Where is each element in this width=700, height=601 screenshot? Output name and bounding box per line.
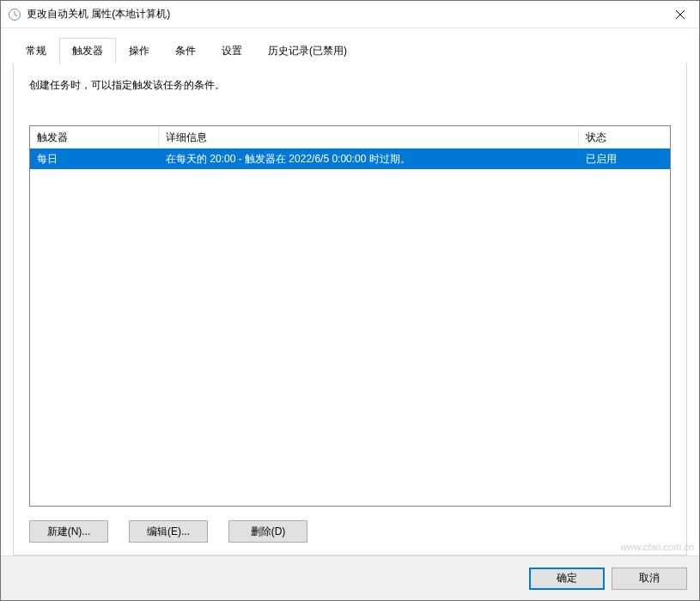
column-header-status[interactable]: 状态: [579, 126, 670, 148]
tab-settings[interactable]: 设置: [209, 38, 255, 64]
column-header-detail[interactable]: 详细信息: [159, 126, 579, 148]
titlebar: 更改自动关机 属性(本地计算机): [1, 1, 699, 28]
close-button[interactable]: [660, 2, 699, 27]
trigger-buttons-row: 新建(N)... 编辑(E)... 删除(D): [29, 520, 671, 543]
tab-conditions[interactable]: 条件: [162, 38, 209, 64]
instructions-text: 创建任务时，可以指定触发该任务的条件。: [29, 78, 671, 93]
tab-page-triggers: 创建任务时，可以指定触发该任务的条件。 触发器 详细信息 状态 每日 在每天的 …: [13, 63, 687, 555]
new-button[interactable]: 新建(N)...: [29, 520, 108, 543]
tab-triggers[interactable]: 触发器: [59, 38, 116, 64]
window-title: 更改自动关机 属性(本地计算机): [27, 7, 660, 21]
edit-button[interactable]: 编辑(E)...: [129, 520, 208, 543]
cancel-button[interactable]: 取消: [612, 568, 687, 590]
cell-trigger: 每日: [30, 149, 159, 169]
tab-actions[interactable]: 操作: [116, 38, 162, 64]
ok-button[interactable]: 确定: [529, 568, 605, 590]
list-header: 触发器 详细信息 状态: [30, 126, 670, 149]
tab-history[interactable]: 历史记录(已禁用): [255, 38, 360, 64]
tab-strip: 常规 触发器 操作 条件 设置 历史记录(已禁用): [13, 37, 687, 63]
cell-detail: 在每天的 20:00 - 触发器在 2022/6/5 0:00:00 时过期。: [159, 149, 579, 169]
table-row[interactable]: 每日 在每天的 20:00 - 触发器在 2022/6/5 0:00:00 时过…: [30, 149, 670, 169]
cell-status: 已启用: [579, 149, 670, 169]
content-area: 常规 触发器 操作 条件 设置 历史记录(已禁用) 创建任务时，可以指定触发该任…: [1, 28, 699, 555]
list-body: 每日 在每天的 20:00 - 触发器在 2022/6/5 0:00:00 时过…: [30, 149, 670, 506]
dialog-footer: 确定 取消: [1, 555, 699, 600]
column-header-trigger[interactable]: 触发器: [30, 126, 159, 148]
tab-general[interactable]: 常规: [13, 38, 59, 64]
clock-icon: [8, 8, 21, 21]
svg-line-2: [15, 15, 17, 16]
delete-button[interactable]: 删除(D): [228, 520, 307, 543]
dialog-window: 更改自动关机 属性(本地计算机) 常规 触发器 操作 条件 设置 历史记录(已禁…: [0, 0, 700, 601]
triggers-listview[interactable]: 触发器 详细信息 状态 每日 在每天的 20:00 - 触发器在 2022/6/…: [29, 125, 671, 507]
